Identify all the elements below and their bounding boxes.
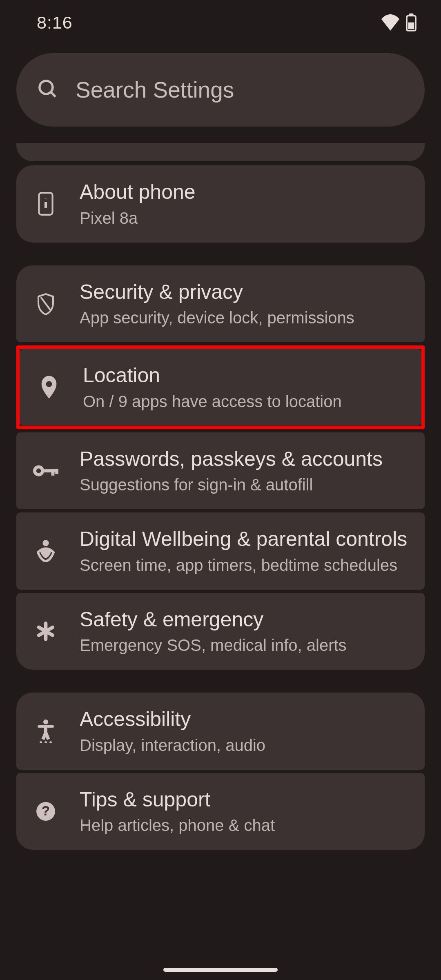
help-icon: ? bbox=[30, 801, 61, 822]
search-placeholder: Search Settings bbox=[76, 77, 234, 103]
svg-point-14 bbox=[42, 540, 49, 546]
svg-point-18 bbox=[43, 719, 48, 724]
key-icon bbox=[30, 463, 61, 478]
item-subtitle: App security, device lock, permissions bbox=[80, 307, 354, 328]
item-title: About phone bbox=[80, 179, 196, 205]
previous-group-tail[interactable] bbox=[16, 143, 425, 161]
search-icon bbox=[37, 78, 59, 102]
highlight-location: Location On / 9 apps have access to loca… bbox=[16, 345, 425, 429]
nav-handle-icon bbox=[163, 968, 278, 972]
item-subtitle: Screen time, app timers, bedtime schedul… bbox=[80, 555, 407, 576]
location-pin-icon bbox=[33, 376, 64, 399]
navigation-bar[interactable] bbox=[0, 968, 441, 972]
settings-item-accessibility[interactable]: Accessibility Display, interaction, audi… bbox=[16, 693, 425, 770]
item-subtitle: Help articles, phone & chat bbox=[80, 815, 275, 836]
settings-item-tips[interactable]: ? Tips & support Help articles, phone & … bbox=[16, 773, 425, 850]
search-settings[interactable]: Search Settings bbox=[16, 53, 425, 127]
settings-item-location[interactable]: Location On / 9 apps have access to loca… bbox=[20, 349, 421, 426]
svg-point-25 bbox=[49, 741, 52, 743]
about-phone-icon bbox=[30, 192, 61, 216]
shield-icon bbox=[30, 292, 61, 315]
svg-point-10 bbox=[36, 468, 41, 473]
wellbeing-icon bbox=[30, 539, 61, 563]
svg-text:?: ? bbox=[41, 803, 49, 818]
svg-point-24 bbox=[45, 741, 47, 743]
wifi-icon bbox=[381, 14, 400, 31]
item-subtitle: Display, interaction, audio bbox=[80, 735, 265, 756]
item-subtitle: Emergency SOS, medical info, alerts bbox=[80, 635, 347, 656]
svg-point-8 bbox=[46, 381, 52, 388]
item-subtitle: Pixel 8a bbox=[80, 207, 196, 229]
item-title: Safety & emergency bbox=[80, 607, 347, 633]
item-title: Passwords, passkeys & accounts bbox=[80, 446, 383, 472]
item-title: Security & privacy bbox=[80, 279, 354, 305]
item-title: Location bbox=[83, 363, 342, 388]
svg-rect-2 bbox=[408, 22, 414, 29]
svg-rect-13 bbox=[55, 469, 58, 474]
status-bar: 8:16 bbox=[0, 0, 441, 45]
settings-item-security[interactable]: Security & privacy App security, device … bbox=[16, 265, 425, 343]
settings-item-wellbeing[interactable]: Digital Wellbeing & parental controls Sc… bbox=[16, 512, 425, 590]
svg-line-4 bbox=[51, 92, 55, 96]
svg-point-23 bbox=[40, 741, 42, 743]
settings-item-safety[interactable]: Safety & emergency Emergency SOS, medica… bbox=[16, 593, 425, 670]
status-time: 8:16 bbox=[37, 13, 73, 33]
item-title: Tips & support bbox=[80, 787, 275, 813]
item-title: Accessibility bbox=[80, 706, 265, 732]
medical-asterisk-icon bbox=[30, 621, 61, 642]
accessibility-icon bbox=[30, 719, 61, 743]
battery-icon bbox=[406, 13, 416, 31]
svg-rect-12 bbox=[51, 469, 54, 476]
settings-item-about-phone[interactable]: About phone Pixel 8a bbox=[16, 165, 425, 243]
item-subtitle: Suggestions for sign-in & autofill bbox=[80, 474, 383, 495]
item-subtitle: On / 9 apps have access to location bbox=[83, 391, 342, 412]
status-icons bbox=[381, 13, 416, 31]
svg-point-3 bbox=[40, 80, 53, 94]
item-title: Digital Wellbeing & parental controls bbox=[80, 526, 407, 552]
settings-item-passwords[interactable]: Passwords, passkeys & accounts Suggestio… bbox=[16, 432, 425, 510]
